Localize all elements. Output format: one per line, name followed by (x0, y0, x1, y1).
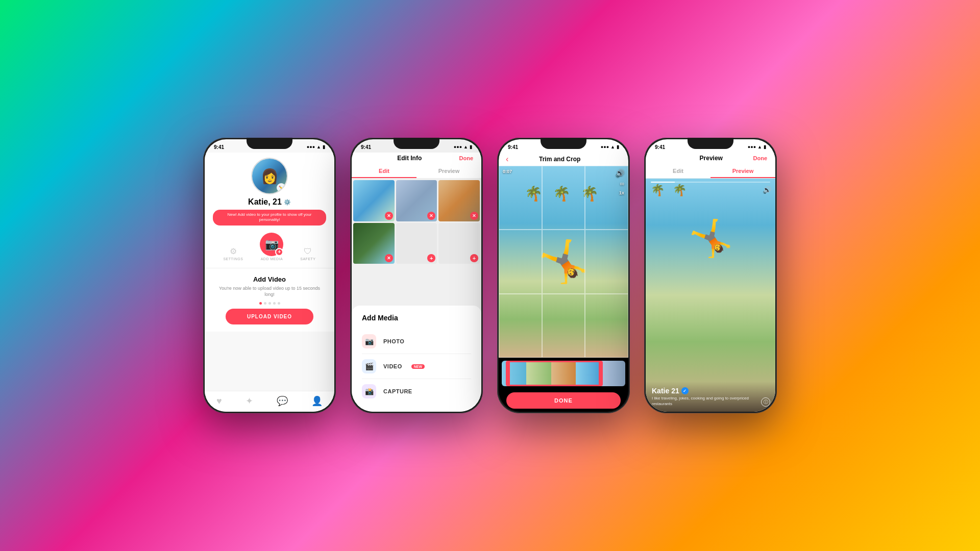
photo-cell-5[interactable]: + (396, 223, 437, 264)
phone-2: 9:41 ●●● ▲ ▮ Edit Info Done Edit Preview (350, 138, 483, 413)
trim-selection (508, 361, 601, 386)
tab-edit-4[interactable]: Edit (646, 165, 710, 178)
time-4: 9:41 (655, 144, 665, 150)
preview-header: Preview Done (646, 153, 775, 165)
video-preview-3: 🌴 🌴 🌴 🤸 (499, 166, 628, 358)
sound-icon-3[interactable]: 🔊 (616, 169, 624, 177)
photo-cell-1[interactable]: ✕ (353, 180, 395, 221)
time-2: 9:41 (361, 144, 371, 150)
wifi-icon-4: ▲ (757, 144, 762, 149)
settings-action[interactable]: ⚙ SETTINGS (223, 246, 243, 261)
tab-preview-2[interactable]: Preview (416, 165, 481, 178)
nav-star[interactable]: ✦ (246, 395, 253, 407)
tab-edit-2[interactable]: Edit (352, 165, 416, 178)
preview-done-button[interactable]: Done (753, 155, 768, 161)
add-video-desc: You're now able to upload video up to 15… (215, 285, 324, 298)
crop-grid (499, 166, 628, 358)
status-icons-4: ●●● ▲ ▮ (748, 144, 766, 149)
nav-header-2: Edit Info Done (352, 153, 481, 165)
trim-header: ‹ Trim and Crop (499, 153, 628, 166)
safety-label: SAFETY (300, 257, 315, 261)
add-media-action[interactable]: 📷 + ADD MEDIA (260, 233, 283, 261)
loop-icon[interactable]: ∞ (620, 180, 624, 187)
signal-icon-3: ●●● (601, 144, 609, 149)
dot-1 (259, 302, 262, 305)
wifi-icon-1: ▲ (316, 144, 321, 149)
photos-grid: ✕ ✕ ✕ ✕ + (352, 179, 481, 265)
tab-preview-4[interactable]: Preview (710, 165, 775, 178)
phone-3: 9:41 ●●● ▲ ▮ ‹ Trim and Crop 🌴 🌴 (497, 138, 630, 413)
preview-sound-icon[interactable]: 🔊 (763, 186, 771, 194)
overlay-age: 21 (671, 387, 679, 395)
settings-label: SETTINGS (223, 257, 243, 261)
remove-photo-2[interactable]: ✕ (427, 212, 435, 220)
photo-cell-6[interactable]: + (438, 223, 480, 264)
grid-cell-8 (542, 294, 585, 358)
trim-bar[interactable] (502, 361, 625, 386)
settings-icon-1: ⚙ (230, 246, 237, 256)
trim-handle-right[interactable] (599, 361, 603, 386)
preview-skater: 🤸 (689, 217, 733, 259)
add-media-sheet: Add Media 📷 PHOTO 🎬 VIDEO NEW 📸 CAPTURE (352, 306, 481, 412)
video-label: VIDEO (383, 363, 402, 369)
nav-heart[interactable]: ♥ (216, 396, 222, 407)
add-video-section: Add Video You're now able to upload vide… (205, 268, 334, 332)
battery-icon-4: ▮ (764, 144, 766, 149)
info-button[interactable]: ⓘ (761, 397, 770, 407)
preview-title: Preview (700, 155, 723, 162)
preview-progress-fill (651, 182, 675, 183)
trim-frame-5 (601, 361, 625, 386)
photo-cell-3[interactable]: ✕ (438, 180, 480, 221)
bottom-nav-1: ♥ ✦ 💬 👤 (205, 391, 334, 412)
plus-badge: + (275, 248, 283, 256)
notch-1 (247, 138, 292, 149)
remove-photo-1[interactable]: ✕ (385, 212, 393, 220)
battery-icon-1: ▮ (323, 144, 325, 149)
back-button-3[interactable]: ‹ (506, 155, 508, 164)
time-3: 9:41 (508, 144, 518, 150)
status-icons-3: ●●● ▲ ▮ (601, 144, 619, 149)
battery-icon-3: ▮ (617, 144, 619, 149)
avatar-edit-icon[interactable]: ✏️ (277, 183, 286, 192)
grid-cell-9 (585, 294, 628, 358)
status-icons-2: ●●● ▲ ▮ (454, 144, 472, 149)
sheet-item-video[interactable]: 🎬 VIDEO NEW (362, 354, 471, 379)
profile-name-1: Katie, 21 ⚙️ (248, 197, 291, 207)
sheet-item-capture[interactable]: 📸 CAPTURE (362, 379, 471, 404)
photo-icon: 📷 (362, 334, 376, 348)
preview-palm-2: 🌴 (673, 184, 687, 197)
remove-photo-4[interactable]: ✕ (385, 254, 393, 262)
grid-cell-6 (585, 230, 628, 293)
upload-video-button[interactable]: UPLOAD VIDEO (226, 309, 313, 324)
phone-1: 9:41 ●●● ▲ ▮ 👩 ✏️ Katie, 21 ⚙️ New! Add … (203, 138, 336, 413)
nav-chat[interactable]: 💬 (277, 395, 288, 407)
dot-3 (268, 302, 271, 305)
dot-2 (264, 302, 266, 305)
done-button-2[interactable]: Done (459, 155, 474, 161)
tabs-row-2: Edit Preview (352, 165, 481, 179)
notch-4 (688, 138, 733, 149)
settings-icon: ⚙️ (284, 199, 291, 206)
grid-cell-7 (499, 294, 542, 358)
add-media-button[interactable]: 📷 + (260, 233, 283, 256)
verified-badge-4: ✓ (681, 387, 689, 394)
avatar-1[interactable]: 👩 ✏️ (251, 158, 288, 194)
speed-label[interactable]: 1x (619, 190, 624, 195)
photo-cell-4[interactable]: ✕ (353, 223, 395, 264)
safety-action[interactable]: 🛡 SAFETY (300, 247, 315, 261)
grid-cell-4 (499, 230, 542, 293)
preview-progress-bar (651, 182, 770, 183)
sheet-item-photo[interactable]: 📷 PHOTO (362, 329, 471, 354)
done-button-3[interactable]: DONE (506, 392, 621, 409)
dot-5 (278, 302, 280, 305)
remove-photo-3[interactable]: ✕ (470, 212, 478, 220)
sheet-title: Add Media (362, 314, 471, 322)
header-title-2: Edit Info (397, 155, 422, 162)
video-icon: 🎬 (362, 359, 376, 373)
nav-profile[interactable]: 👤 (311, 395, 323, 407)
overlay-name: Katie 21 ✓ (652, 387, 769, 395)
photo-cell-2[interactable]: ✕ (396, 180, 437, 221)
notch-2 (394, 138, 439, 149)
trim-title: Trim and Crop (539, 156, 580, 163)
trim-handle-left[interactable] (506, 361, 510, 386)
